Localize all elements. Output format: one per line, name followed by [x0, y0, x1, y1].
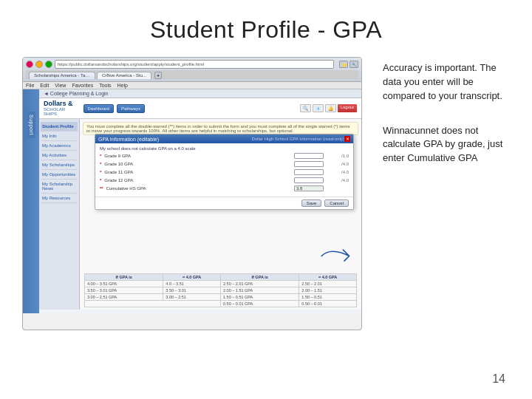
nav-my-activities: My Activities [41, 151, 78, 160]
dialog-title: GPA Information (editable) [98, 137, 159, 142]
nav-my-info: My Info [41, 132, 78, 141]
tab-1: Scholarships America - Tab... [29, 72, 95, 79]
browser-screenshot: https://public.dollarsandscholarships.or… [22, 57, 362, 330]
table-row: 4.00 – 3.51 GPA4.0 – 3.51 2.50 – 2.01 GP… [85, 281, 357, 287]
logo-line1: Dollars & [44, 100, 73, 107]
browser-menu-bar: File Edit View Favorites Tools Help [23, 82, 361, 89]
app-breadcrumb: ◄ College Planning & Login [39, 89, 361, 98]
table-row: 3.50 – 3.01 GPA3.50 – 3.01 2.00 – 1.51 G… [85, 287, 357, 294]
cancel-button: Cancel [324, 200, 349, 207]
dialog-footer: Save Cancel [95, 197, 353, 209]
nav-scholarship-news: My Scholarship News [41, 180, 78, 194]
url-bar: https://public.dollarsandscholarships.or… [55, 60, 334, 69]
browser-chrome: https://public.dollarsandscholarships.or… [23, 58, 361, 82]
gpa-row-1: * Grade 10 GPA /4.0 [100, 161, 349, 167]
min-btn [35, 61, 43, 68]
gpa-row-0: * Grade 9 GPA /1.0 [100, 153, 349, 159]
annotation-first: Accuracy is important. The data you ente… [377, 57, 510, 108]
browser-tabs: Scholarships America - Tab... Cr8ive Ame… [26, 70, 358, 79]
save-button: Save [301, 200, 322, 207]
close-btn [26, 61, 33, 68]
browser-content: Support ◄ College Planning & Login Dolla… [23, 89, 361, 313]
app-sidebar: Support [23, 89, 39, 313]
gpa-row-3: * Grade 12 GPA /4.0 [100, 177, 349, 183]
app-left-nav: Student Profile My Info My Academics My … [39, 119, 80, 310]
gpa-dialog: GPA Information (editable) Dollar High S… [95, 134, 354, 210]
nav-student-profile: Student Profile [41, 122, 78, 132]
table-row: 0.50 – 0.01 GPA0.50 – 0.01 [85, 301, 357, 307]
page-number: 14 [492, 372, 505, 386]
gpa-table: If GPA is = 4.0 GPA If GPA is = 4.0 GPA … [84, 273, 357, 307]
dialog-subtitle: My school does not calculate GPA on a 4.… [100, 146, 196, 151]
dialog-close-icon: ✕ [344, 136, 350, 142]
nav-my-scholarships: My Scholarships [41, 160, 78, 170]
app-main: Student Profile My Info My Academics My … [39, 119, 361, 310]
nav-my-resources: My Resources [41, 194, 78, 203]
dialog-titlebar: GPA Information (editable) Dollar High S… [95, 134, 353, 143]
max-btn [45, 61, 52, 68]
nav-my-opportunities: My Opportunities [41, 170, 78, 180]
right-panel: Accuracy is important. The data you ente… [377, 54, 510, 330]
table-row: 3.00 – 2.51 GPA3.00 – 2.51 1.50 – 0.51 G… [85, 294, 357, 301]
tab-2: Cr8ive America - Stu... [97, 72, 151, 79]
gpa-row-2: * Grade 11 GPA /4.0 [100, 169, 349, 175]
dialog-body: My school does not calculate GPA on a 4.… [95, 143, 353, 197]
page-title: Student Profile - GPA [0, 0, 532, 51]
arrow-icon [318, 243, 355, 269]
logo-line3: SHIPS [44, 112, 73, 116]
nav-my-academics: My Academics [41, 141, 78, 151]
annotation-second: Winnacunnet does not calculate GPA by gr… [377, 120, 510, 171]
gpa-row-4: ** Cumulative HS GPA 3.8 [100, 185, 349, 191]
sidebar-tab: Support [27, 112, 35, 138]
app-header: Dollars & SCHOLAR SHIPS Dashboard Pathwa… [39, 98, 361, 119]
app-main-content: You must complete all the double-starred… [80, 119, 361, 310]
dialog-title2: Dollar High School GPA Information (read… [251, 137, 344, 141]
